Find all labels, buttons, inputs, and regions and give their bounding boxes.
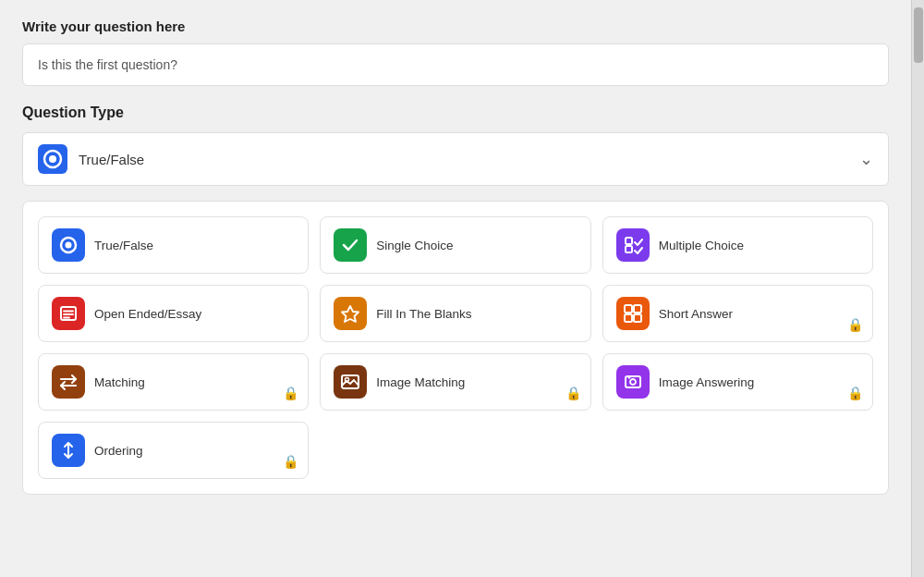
scrollbar[interactable] xyxy=(911,0,924,577)
image-matching-lock-icon: 🔒 xyxy=(565,386,581,400)
type-item-short-answer[interactable]: Short Answer 🔒 xyxy=(602,285,873,342)
ordering-lock-icon: 🔒 xyxy=(283,454,298,469)
type-name-open-ended: Open Ended/Essay xyxy=(94,307,201,321)
image-answering-lock-icon: 🔒 xyxy=(847,386,863,400)
type-icon-single-choice xyxy=(334,228,367,262)
type-name-image-answering: Image Answering xyxy=(659,375,755,389)
svg-rect-18 xyxy=(626,376,640,387)
type-icon-true-false xyxy=(52,228,85,262)
svg-point-19 xyxy=(630,379,636,385)
svg-rect-5 xyxy=(626,246,632,252)
svg-point-20 xyxy=(627,376,629,378)
type-item-image-matching[interactable]: Image Matching 🔒 xyxy=(320,353,590,411)
type-name-matching: Matching xyxy=(94,375,145,389)
type-icon-matching xyxy=(52,365,85,399)
type-name-true-false: True/False xyxy=(94,239,153,252)
svg-rect-13 xyxy=(634,314,641,322)
type-name-short-answer: Short Answer xyxy=(659,307,733,321)
selected-type-text: True/False xyxy=(79,152,859,167)
type-icon-short-answer xyxy=(616,297,650,330)
svg-rect-10 xyxy=(625,305,632,313)
type-selector-dropdown[interactable]: True/False ⌄ xyxy=(22,132,889,186)
type-name-fill-blanks: Fill In The Blanks xyxy=(376,307,471,321)
svg-rect-4 xyxy=(626,238,632,244)
selected-type-icon xyxy=(38,144,67,174)
content-area: Write your question here Question Type T… xyxy=(0,0,911,577)
type-item-fill-blanks[interactable]: Fill In The Blanks xyxy=(320,285,590,342)
type-item-true-false[interactable]: True/False xyxy=(38,216,309,274)
scrollbar-thumb[interactable] xyxy=(914,7,923,63)
main-container: Write your question here Question Type T… xyxy=(0,0,924,577)
question-type-label: Question Type xyxy=(22,104,889,121)
type-name-image-matching: Image Matching xyxy=(376,375,465,389)
type-icon-multiple-choice xyxy=(616,228,650,262)
type-icon-image-matching xyxy=(334,365,367,399)
svg-rect-11 xyxy=(634,305,641,313)
type-icon-fill-blanks xyxy=(334,297,367,330)
svg-point-3 xyxy=(66,242,72,249)
type-grid: True/False Single Choice xyxy=(38,216,873,479)
type-item-multiple-choice[interactable]: Multiple Choice xyxy=(602,216,873,274)
type-item-matching[interactable]: Matching 🔒 xyxy=(38,353,309,411)
type-name-ordering: Ordering xyxy=(94,444,143,458)
matching-lock-icon: 🔒 xyxy=(283,386,298,400)
type-item-image-answering[interactable]: Image Answering 🔒 xyxy=(602,353,873,411)
type-name-single-choice: Single Choice xyxy=(376,239,453,252)
type-item-ordering[interactable]: Ordering 🔒 xyxy=(38,422,309,479)
type-icon-image-answering xyxy=(616,365,650,399)
question-input[interactable] xyxy=(22,43,889,86)
svg-point-1 xyxy=(49,155,56,163)
type-icon-ordering xyxy=(52,434,85,467)
type-icon-open-ended xyxy=(52,297,85,330)
type-item-open-ended[interactable]: Open Ended/Essay xyxy=(38,285,309,342)
chevron-down-icon: ⌄ xyxy=(859,149,873,169)
type-item-single-choice[interactable]: Single Choice xyxy=(320,216,590,274)
type-dropdown-panel: True/False Single Choice xyxy=(22,201,889,495)
svg-rect-12 xyxy=(625,314,632,322)
type-name-multiple-choice: Multiple Choice xyxy=(659,239,744,252)
question-section-label: Write your question here xyxy=(22,18,889,34)
short-answer-lock-icon: 🔒 xyxy=(847,317,863,332)
